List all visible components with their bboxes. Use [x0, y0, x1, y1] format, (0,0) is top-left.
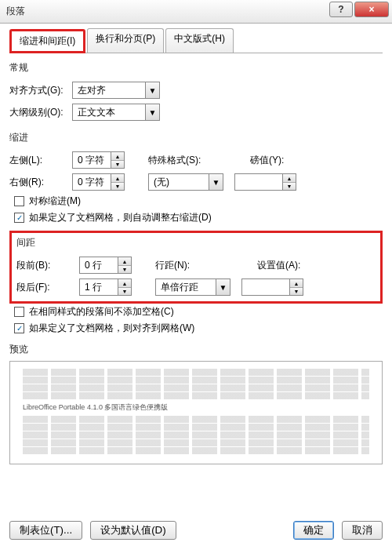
- tabstops-button[interactable]: 制表位(T)...: [9, 521, 82, 540]
- chevron-down-icon[interactable]: ▼: [290, 287, 303, 295]
- indent-right-value: 0 字符: [73, 176, 111, 189]
- indent-left-label: 左侧(L):: [9, 154, 72, 167]
- tab-indent-spacing[interactable]: 缩进和间距(I): [9, 29, 85, 53]
- chevron-down-icon[interactable]: ▼: [118, 287, 131, 295]
- indent-title: 缩进: [9, 131, 383, 144]
- snapgrid-checkbox[interactable]: ✓ 如果定义了文档网格，则对齐到网格(W): [9, 320, 383, 337]
- set-default-button[interactable]: 设为默认值(D): [90, 521, 176, 540]
- chevron-up-icon[interactable]: ▲: [111, 174, 124, 182]
- snapgrid-label: 如果定义了文档网格，则对齐到网格(W): [29, 322, 194, 335]
- mirror-label: 对称缩进(M): [29, 195, 81, 208]
- indent-left-value: 0 字符: [73, 154, 111, 167]
- mirror-checkbox[interactable]: 对称缩进(M): [9, 193, 383, 209]
- preview-box: LibreOffice Portable 4.1.0 多国语言绿色便携版: [9, 361, 383, 464]
- close-icon: ×: [368, 4, 374, 15]
- checkbox-icon: ✓: [14, 323, 24, 333]
- general-title: 常规: [9, 61, 383, 75]
- before-label: 段前(B):: [16, 259, 79, 272]
- indent-right-label: 右侧(R):: [9, 176, 72, 189]
- section-spacing: 间距 段前(B): 0 行 ▲▼ 行距(N): 设置值(A): 段后(F): 1…: [9, 231, 383, 304]
- by-input[interactable]: ▲▼: [234, 173, 296, 191]
- autogrid-label: 如果定义了文档网格，则自动调整右缩进(D): [29, 211, 212, 224]
- nosamestyle-checkbox[interactable]: 在相同样式的段落间不添加空格(C): [9, 304, 383, 320]
- help-button[interactable]: ?: [329, 2, 353, 17]
- before-input[interactable]: 0 行 ▲▼: [79, 257, 132, 274]
- close-button[interactable]: ×: [354, 2, 389, 17]
- chevron-up-icon[interactable]: ▲: [118, 279, 131, 287]
- chevron-down-icon: ▼: [209, 174, 223, 190]
- linespacing-value: 单倍行距: [156, 281, 216, 294]
- after-value: 1 行: [80, 281, 118, 294]
- chevron-down-icon: ▼: [216, 279, 230, 295]
- preview-title: 预览: [9, 343, 383, 356]
- indent-right-input[interactable]: 0 字符 ▲▼: [72, 173, 125, 191]
- at-label: 设置值(A):: [257, 259, 300, 272]
- chevron-down-icon[interactable]: ▼: [283, 182, 296, 190]
- section-indent: 缩进 左侧(L): 0 字符 ▲▼ 特殊格式(S): 磅值(Y): 右侧(R):…: [9, 131, 383, 226]
- chevron-down-icon: ▼: [145, 82, 159, 98]
- dialog-footer: 制表位(T)... 设为默认值(D) 确定 取消: [9, 521, 383, 540]
- chevron-down-icon: ▼: [145, 104, 159, 120]
- preview-midtext: LibreOffice Portable 4.1.0 多国语言绿色便携版: [23, 402, 369, 413]
- chevron-down-icon[interactable]: ▼: [111, 182, 124, 190]
- at-input[interactable]: ▲▼: [241, 278, 303, 296]
- tab-bar: 缩进和间距(I) 换行和分页(P) 中文版式(H): [9, 28, 383, 53]
- checkbox-icon: [14, 307, 24, 317]
- autogrid-checkbox[interactable]: ✓ 如果定义了文档网格，则自动调整右缩进(D): [9, 209, 383, 226]
- checkbox-icon: ✓: [14, 213, 24, 223]
- special-value: (无): [149, 176, 209, 189]
- linespacing-select[interactable]: 单倍行距 ▼: [155, 278, 230, 296]
- ok-button[interactable]: 确定: [293, 521, 334, 540]
- cancel-button[interactable]: 取消: [342, 521, 383, 540]
- outline-select[interactable]: 正文文本 ▼: [72, 104, 160, 121]
- help-icon: ?: [338, 4, 343, 15]
- tab-asian-typography[interactable]: 中文版式(H): [165, 28, 234, 53]
- chevron-up-icon[interactable]: ▲: [290, 279, 303, 287]
- by-label: 磅值(Y):: [250, 154, 284, 167]
- chevron-up-icon[interactable]: ▲: [111, 152, 124, 160]
- chevron-up-icon[interactable]: ▲: [118, 257, 131, 265]
- special-label: 特殊格式(S):: [148, 154, 219, 167]
- spacing-title: 间距: [16, 236, 376, 249]
- align-label: 对齐方式(G):: [9, 84, 72, 97]
- align-value: 左对齐: [73, 84, 145, 97]
- chevron-up-icon[interactable]: ▲: [283, 174, 296, 182]
- chevron-down-icon[interactable]: ▼: [118, 265, 131, 273]
- indent-left-input[interactable]: 0 字符 ▲▼: [72, 151, 125, 169]
- before-value: 0 行: [80, 259, 118, 272]
- chevron-down-icon[interactable]: ▼: [111, 160, 124, 168]
- special-select[interactable]: (无) ▼: [148, 173, 223, 191]
- after-label: 段后(F):: [16, 281, 79, 294]
- nosamestyle-label: 在相同样式的段落间不添加空格(C): [29, 305, 174, 318]
- window-title: 段落: [6, 5, 25, 18]
- after-input[interactable]: 1 行 ▲▼: [79, 278, 132, 296]
- align-select[interactable]: 左对齐 ▼: [72, 82, 160, 99]
- section-general: 常规 对齐方式(G): 左对齐 ▼ 大纲级别(O): 正文文本 ▼: [9, 61, 383, 123]
- outline-value: 正文文本: [73, 106, 145, 119]
- titlebar: 段落 ? ×: [0, 0, 392, 24]
- tab-line-page-breaks[interactable]: 换行和分页(P): [87, 28, 164, 53]
- linespacing-label: 行距(N):: [155, 259, 226, 272]
- outline-label: 大纲级别(O):: [9, 106, 72, 119]
- section-preview: 预览 LibreOffice Portable 4.1.0 多国语言绿色便携版: [9, 343, 383, 464]
- checkbox-icon: [14, 196, 24, 206]
